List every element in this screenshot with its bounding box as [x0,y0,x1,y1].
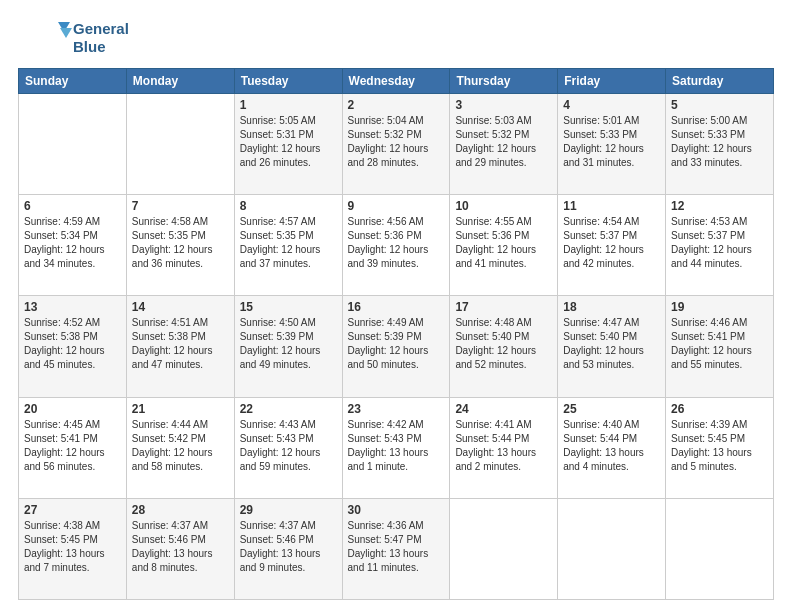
day-detail: Sunrise: 4:40 AMSunset: 5:44 PMDaylight:… [563,418,660,474]
day-number: 30 [348,503,445,517]
day-detail: Sunrise: 4:45 AMSunset: 5:41 PMDaylight:… [24,418,121,474]
col-saturday: Saturday [666,69,774,94]
calendar-cell: 20Sunrise: 4:45 AMSunset: 5:41 PMDayligh… [19,397,127,498]
day-number: 15 [240,300,337,314]
day-detail: Sunrise: 5:03 AMSunset: 5:32 PMDaylight:… [455,114,552,170]
day-detail: Sunrise: 5:01 AMSunset: 5:33 PMDaylight:… [563,114,660,170]
day-number: 21 [132,402,229,416]
calendar-cell [666,498,774,599]
calendar-cell: 1Sunrise: 5:05 AMSunset: 5:31 PMDaylight… [234,94,342,195]
day-detail: Sunrise: 4:47 AMSunset: 5:40 PMDaylight:… [563,316,660,372]
calendar-cell: 15Sunrise: 4:50 AMSunset: 5:39 PMDayligh… [234,296,342,397]
day-number: 13 [24,300,121,314]
day-detail: Sunrise: 4:49 AMSunset: 5:39 PMDaylight:… [348,316,445,372]
day-number: 22 [240,402,337,416]
calendar-cell: 23Sunrise: 4:42 AMSunset: 5:43 PMDayligh… [342,397,450,498]
day-number: 17 [455,300,552,314]
col-monday: Monday [126,69,234,94]
logo-wordmark: GeneralBlue [73,20,129,56]
calendar-cell: 3Sunrise: 5:03 AMSunset: 5:32 PMDaylight… [450,94,558,195]
day-number: 4 [563,98,660,112]
calendar-cell: 25Sunrise: 4:40 AMSunset: 5:44 PMDayligh… [558,397,666,498]
day-detail: Sunrise: 4:56 AMSunset: 5:36 PMDaylight:… [348,215,445,271]
day-number: 5 [671,98,768,112]
day-number: 6 [24,199,121,213]
calendar-table: Sunday Monday Tuesday Wednesday Thursday… [18,68,774,600]
calendar-cell: 28Sunrise: 4:37 AMSunset: 5:46 PMDayligh… [126,498,234,599]
day-detail: Sunrise: 5:05 AMSunset: 5:31 PMDaylight:… [240,114,337,170]
day-number: 25 [563,402,660,416]
calendar-cell: 11Sunrise: 4:54 AMSunset: 5:37 PMDayligh… [558,195,666,296]
day-detail: Sunrise: 4:38 AMSunset: 5:45 PMDaylight:… [24,519,121,575]
day-number: 11 [563,199,660,213]
calendar-cell [19,94,127,195]
day-number: 8 [240,199,337,213]
day-detail: Sunrise: 4:54 AMSunset: 5:37 PMDaylight:… [563,215,660,271]
header: GeneralBlue [18,18,774,58]
day-number: 2 [348,98,445,112]
calendar-cell: 14Sunrise: 4:51 AMSunset: 5:38 PMDayligh… [126,296,234,397]
calendar-cell: 16Sunrise: 4:49 AMSunset: 5:39 PMDayligh… [342,296,450,397]
day-detail: Sunrise: 4:51 AMSunset: 5:38 PMDaylight:… [132,316,229,372]
day-number: 1 [240,98,337,112]
day-detail: Sunrise: 4:52 AMSunset: 5:38 PMDaylight:… [24,316,121,372]
calendar-cell: 9Sunrise: 4:56 AMSunset: 5:36 PMDaylight… [342,195,450,296]
calendar-cell: 22Sunrise: 4:43 AMSunset: 5:43 PMDayligh… [234,397,342,498]
day-detail: Sunrise: 4:43 AMSunset: 5:43 PMDaylight:… [240,418,337,474]
day-number: 28 [132,503,229,517]
calendar-cell: 18Sunrise: 4:47 AMSunset: 5:40 PMDayligh… [558,296,666,397]
day-number: 29 [240,503,337,517]
calendar-cell: 6Sunrise: 4:59 AMSunset: 5:34 PMDaylight… [19,195,127,296]
calendar-cell: 10Sunrise: 4:55 AMSunset: 5:36 PMDayligh… [450,195,558,296]
day-detail: Sunrise: 4:44 AMSunset: 5:42 PMDaylight:… [132,418,229,474]
calendar-cell: 8Sunrise: 4:57 AMSunset: 5:35 PMDaylight… [234,195,342,296]
day-detail: Sunrise: 4:46 AMSunset: 5:41 PMDaylight:… [671,316,768,372]
svg-marker-1 [60,28,72,38]
calendar-cell: 2Sunrise: 5:04 AMSunset: 5:32 PMDaylight… [342,94,450,195]
day-detail: Sunrise: 4:59 AMSunset: 5:34 PMDaylight:… [24,215,121,271]
day-number: 19 [671,300,768,314]
day-detail: Sunrise: 4:37 AMSunset: 5:46 PMDaylight:… [132,519,229,575]
day-detail: Sunrise: 4:39 AMSunset: 5:45 PMDaylight:… [671,418,768,474]
day-number: 20 [24,402,121,416]
col-sunday: Sunday [19,69,127,94]
calendar-cell: 17Sunrise: 4:48 AMSunset: 5:40 PMDayligh… [450,296,558,397]
calendar-cell: 21Sunrise: 4:44 AMSunset: 5:42 PMDayligh… [126,397,234,498]
day-detail: Sunrise: 5:00 AMSunset: 5:33 PMDaylight:… [671,114,768,170]
day-number: 18 [563,300,660,314]
calendar-week-row: 27Sunrise: 4:38 AMSunset: 5:45 PMDayligh… [19,498,774,599]
calendar-week-row: 20Sunrise: 4:45 AMSunset: 5:41 PMDayligh… [19,397,774,498]
day-detail: Sunrise: 4:48 AMSunset: 5:40 PMDaylight:… [455,316,552,372]
col-tuesday: Tuesday [234,69,342,94]
col-wednesday: Wednesday [342,69,450,94]
day-detail: Sunrise: 4:55 AMSunset: 5:36 PMDaylight:… [455,215,552,271]
calendar-header-row: Sunday Monday Tuesday Wednesday Thursday… [19,69,774,94]
day-number: 14 [132,300,229,314]
calendar-cell: 30Sunrise: 4:36 AMSunset: 5:47 PMDayligh… [342,498,450,599]
day-number: 7 [132,199,229,213]
calendar-cell: 13Sunrise: 4:52 AMSunset: 5:38 PMDayligh… [19,296,127,397]
day-number: 23 [348,402,445,416]
calendar-cell: 19Sunrise: 4:46 AMSunset: 5:41 PMDayligh… [666,296,774,397]
day-number: 24 [455,402,552,416]
calendar-cell: 26Sunrise: 4:39 AMSunset: 5:45 PMDayligh… [666,397,774,498]
calendar-cell [450,498,558,599]
day-detail: Sunrise: 4:37 AMSunset: 5:46 PMDaylight:… [240,519,337,575]
day-number: 3 [455,98,552,112]
day-detail: Sunrise: 4:58 AMSunset: 5:35 PMDaylight:… [132,215,229,271]
calendar-cell: 29Sunrise: 4:37 AMSunset: 5:46 PMDayligh… [234,498,342,599]
day-detail: Sunrise: 5:04 AMSunset: 5:32 PMDaylight:… [348,114,445,170]
calendar-week-row: 6Sunrise: 4:59 AMSunset: 5:34 PMDaylight… [19,195,774,296]
col-thursday: Thursday [450,69,558,94]
day-detail: Sunrise: 4:53 AMSunset: 5:37 PMDaylight:… [671,215,768,271]
day-number: 27 [24,503,121,517]
day-number: 16 [348,300,445,314]
calendar-cell: 12Sunrise: 4:53 AMSunset: 5:37 PMDayligh… [666,195,774,296]
calendar-cell [558,498,666,599]
logo: GeneralBlue [18,18,129,58]
calendar-cell: 4Sunrise: 5:01 AMSunset: 5:33 PMDaylight… [558,94,666,195]
calendar-cell: 27Sunrise: 4:38 AMSunset: 5:45 PMDayligh… [19,498,127,599]
calendar-cell: 24Sunrise: 4:41 AMSunset: 5:44 PMDayligh… [450,397,558,498]
logo-svg [18,18,73,58]
day-detail: Sunrise: 4:57 AMSunset: 5:35 PMDaylight:… [240,215,337,271]
